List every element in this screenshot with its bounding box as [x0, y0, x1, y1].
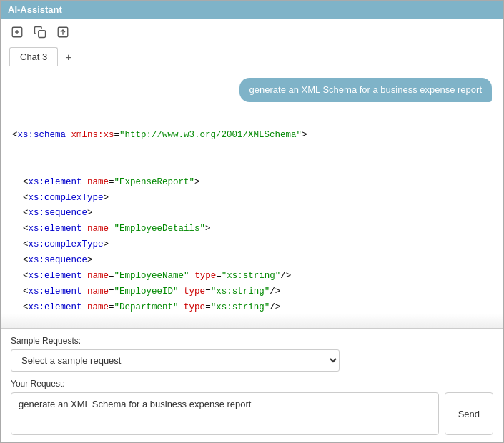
svg-rect-3 [39, 31, 46, 38]
assistant-message: <xs:schema xmlns:xs="http://www.w3.org/2… [12, 109, 492, 314]
sample-label: Sample Requests: [11, 336, 493, 346]
add-tab-button[interactable]: + [58, 47, 79, 66]
title-bar: AI-Assistant [1, 1, 503, 19]
chat-area[interactable]: generate an XML Schema for a business ex… [1, 66, 503, 314]
scroll-fade [1, 314, 503, 328]
request-label: Your Request: [11, 379, 493, 389]
sample-request-select[interactable]: Select a sample request Generate a JSON … [11, 349, 340, 372]
request-textarea[interactable] [11, 392, 439, 435]
toolbar [1, 19, 503, 46]
tab-chat3[interactable]: Chat 3 [9, 47, 58, 66]
tab-bar: Chat 3 + [1, 46, 503, 66]
new-chat-icon[interactable] [9, 24, 25, 40]
window-title: AI-Assistant [8, 4, 62, 15]
user-message: generate an XML Schema for a business ex… [239, 78, 492, 102]
copy-icon[interactable] [32, 24, 48, 40]
main-window: AI-Assistant Chat 3 [0, 0, 504, 443]
bottom-section: Sample Requests: Select a sample request… [1, 328, 503, 442]
request-row: Send [11, 392, 493, 435]
export-icon[interactable] [55, 24, 71, 40]
send-button[interactable]: Send [445, 392, 493, 435]
